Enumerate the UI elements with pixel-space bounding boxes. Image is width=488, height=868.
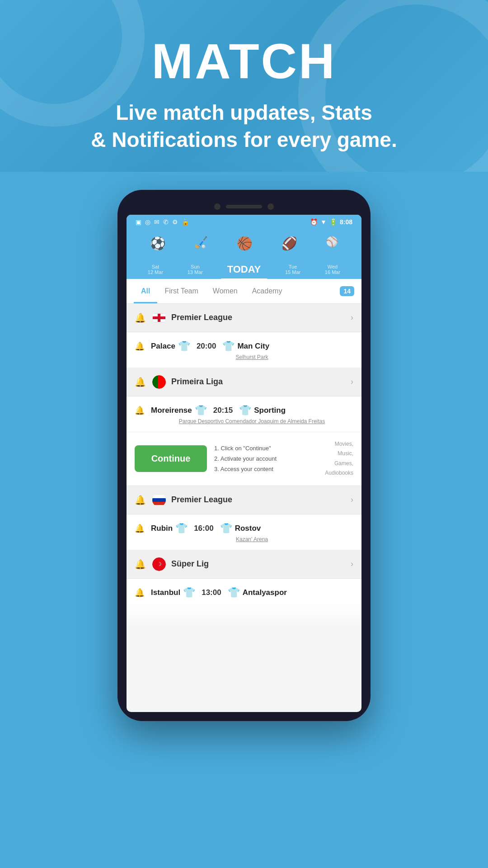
home-team-palace: Palace — [151, 342, 175, 351]
status-icon-2: ◎ — [145, 218, 150, 226]
sport-american-football[interactable]: 🏈 — [282, 236, 297, 251]
match-row-istanbul-antalya: 🔔 Istanbul 👕 13:00 👕 Antalyaspor — [127, 579, 361, 602]
status-icon-3: ✉ — [154, 218, 160, 226]
bell-icon-pl-eng[interactable]: 🔔 — [135, 312, 146, 323]
sport-football[interactable]: ⚽ — [150, 236, 166, 251]
status-icons-right: ⏰ ▼ 🔋 8:08 — [310, 218, 352, 226]
bottom-fade — [127, 602, 361, 629]
date-navigation: Sat 12 Mar Sun 13 Mar TODAY Tue 15 Mar — [136, 256, 352, 279]
ad-banner: Continue 1. Click on "Continue" 2. Activ… — [127, 432, 361, 486]
venue-rubin: Kazan' Arena — [135, 534, 353, 546]
continue-button[interactable]: Continue — [135, 445, 207, 472]
match-main-palace-mancity: 🔔 Palace 👕 20:00 👕 Man City — [135, 340, 353, 352]
match-time-3: 16:00 — [194, 524, 213, 533]
sport-baseball[interactable]: ⚾ — [326, 236, 338, 251]
date-day-label: Wed — [328, 264, 338, 269]
bell-icon-match2[interactable]: 🔔 — [135, 406, 145, 415]
league-name-premier-league-ru: Premier League — [171, 495, 351, 505]
american-football-icon: 🏈 — [282, 236, 297, 251]
bell-icon-pl-pt[interactable]: 🔔 — [135, 377, 146, 387]
basketball-icon: 🏀 — [237, 236, 253, 251]
date-mar-label: 12 Mar — [148, 269, 163, 275]
sport-hockey[interactable]: 🏑 — [194, 236, 208, 251]
match-main-istanbul-antalya: 🔔 Istanbul 👕 13:00 👕 Antalyaspor — [135, 587, 353, 599]
away-team-rostov: Rostov — [235, 524, 261, 533]
date-day-label: Sat — [152, 264, 160, 269]
away-kit-rostov: 👕 — [220, 523, 232, 534]
home-kit-palace: 👕 — [178, 340, 190, 352]
match-row-moreirense-sporting: 🔔 Moreirense 👕 20:15 👕 Sporting Parque D… — [127, 396, 361, 432]
tab-women[interactable]: Women — [206, 279, 245, 303]
match-row-rubin-rostov: 🔔 Rubin 👕 16:00 👕 Rostov Kazan' Arena — [127, 514, 361, 550]
camera-dot — [214, 203, 221, 210]
league-row-super-lig[interactable]: 🔔 ☽ Süper Lig › — [127, 550, 361, 579]
turkey-flag-circle: ☽ — [152, 557, 166, 571]
phone-frame: ▣ ◎ ✉ ✆ ⚙ 🔒 ⏰ ▼ 🔋 8:08 ⚽ — [117, 190, 371, 721]
home-team-istanbul: Istanbul — [151, 588, 180, 597]
league-name-primeira-liga: Primeira Liga — [171, 377, 351, 387]
sport-basketball[interactable]: 🏀 — [237, 236, 253, 251]
league-row-primeira-liga[interactable]: 🔔 Primeira Liga › — [127, 368, 361, 396]
hero-subtitle: Live match updates, Stats& Notifications… — [27, 99, 461, 154]
match-row-palace-mancity: 🔔 Palace 👕 20:00 👕 Man City Selhurst Par… — [127, 332, 361, 368]
date-sun-13[interactable]: Sun 13 Mar — [181, 260, 209, 278]
tab-all-label: All — [141, 287, 150, 295]
away-team-mancity: Man City — [237, 342, 269, 351]
date-today[interactable]: TODAY — [221, 260, 267, 279]
away-kit-sporting: 👕 — [239, 405, 251, 416]
camera-dot-2 — [267, 203, 274, 210]
league-row-premier-league-eng[interactable]: 🔔 Premier League › — [127, 304, 361, 332]
match-time-1: 20:00 — [197, 342, 216, 351]
tab-first-team[interactable]: First Team — [157, 279, 205, 303]
date-mar-label: 15 Mar — [285, 269, 300, 275]
wifi-icon: ▼ — [320, 218, 327, 226]
status-icon-5: ⚙ — [172, 218, 178, 226]
away-kit-mancity: 👕 — [222, 340, 235, 352]
match-time-4: 13:00 — [202, 588, 221, 597]
hero-title: MATCH — [27, 36, 461, 86]
speaker-grille — [226, 205, 262, 208]
bell-icon-match4[interactable]: 🔔 — [135, 588, 145, 598]
bell-icon-match1[interactable]: 🔔 — [135, 341, 145, 351]
league-name-super-lig: Süper Lig — [171, 559, 351, 569]
date-mar-label: 16 Mar — [325, 269, 340, 275]
time-display: 8:08 — [340, 218, 352, 226]
tab-academy-label: Academy — [252, 287, 282, 295]
russia-flag — [152, 493, 166, 507]
baseball-icon: ⚾ — [326, 236, 338, 248]
hockey-icon: 🏑 — [194, 236, 208, 249]
tab-women-label: Women — [213, 287, 238, 295]
filter-tabs: All First Team Women Academy 14 — [127, 279, 361, 304]
status-icons-left: ▣ ◎ ✉ ✆ ⚙ 🔒 — [136, 218, 189, 226]
league-row-premier-league-ru[interactable]: 🔔 Premier League › — [127, 486, 361, 514]
filter-count-badge: 14 — [340, 286, 354, 296]
tab-academy[interactable]: Academy — [245, 279, 290, 303]
date-mar-label: 13 Mar — [188, 269, 203, 275]
chevron-right-icon-2: › — [351, 377, 353, 387]
status-icon-4: ✆ — [163, 218, 169, 226]
home-kit-rubin: 👕 — [175, 523, 188, 534]
status-icon-6: 🔒 — [182, 218, 189, 226]
chevron-right-icon: › — [351, 313, 353, 322]
home-kit-istanbul: 👕 — [183, 587, 195, 599]
date-sat-12[interactable]: Sat 12 Mar — [141, 260, 169, 278]
sport-icons-row: ⚽ 🏑 🏀 🏈 ⚾ — [136, 236, 352, 256]
tab-all[interactable]: All — [134, 279, 157, 303]
bell-icon-pl-ru[interactable]: 🔔 — [135, 495, 146, 505]
football-icon: ⚽ — [150, 236, 166, 251]
match-main-moreirense-sporting: 🔔 Moreirense 👕 20:15 👕 Sporting — [135, 405, 353, 416]
chevron-right-icon-4: › — [351, 559, 353, 569]
england-flag — [152, 311, 166, 325]
home-kit-moreirense: 👕 — [195, 405, 207, 416]
league-name-premier-league: Premier League — [171, 313, 351, 322]
hero-section: MATCH Live match updates, Stats& Notific… — [0, 0, 488, 172]
date-wed-16[interactable]: Wed 16 Mar — [319, 260, 347, 278]
bell-icon-match3[interactable]: 🔔 — [135, 524, 145, 533]
home-team-rubin: Rubin — [151, 524, 173, 533]
alarm-icon: ⏰ — [310, 218, 318, 226]
match-time-2: 20:15 — [213, 406, 233, 415]
date-tue-15[interactable]: Tue 15 Mar — [279, 260, 307, 278]
battery-icon: 🔋 — [329, 218, 337, 226]
ad-categories-text: Movies,Music,Games,Audiobooks — [325, 439, 353, 478]
bell-icon-sl[interactable]: 🔔 — [135, 559, 146, 570]
